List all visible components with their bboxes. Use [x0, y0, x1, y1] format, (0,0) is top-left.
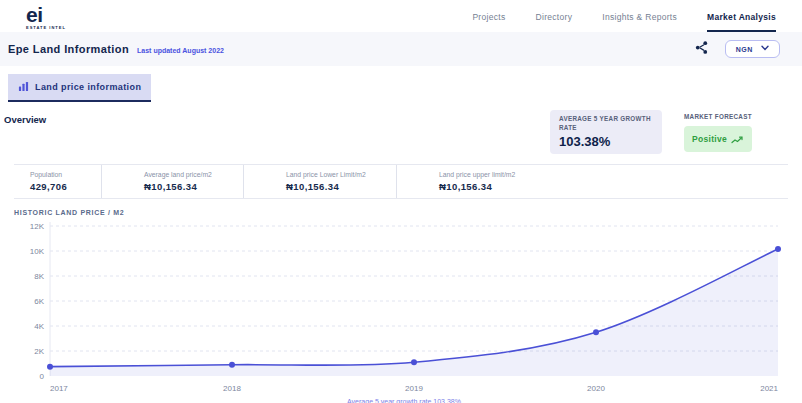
stat-value: ₦10,156.34: [286, 181, 396, 192]
stat-label: Population: [30, 171, 101, 178]
nav-projects[interactable]: Projects: [472, 4, 505, 32]
main-nav: Projects Directory Insights & Reports Ma…: [472, 4, 776, 32]
brand-logo[interactable]: ei ESTATE INTEL: [26, 4, 66, 32]
y-tick-label: 4K: [34, 322, 44, 331]
y-tick-label: 8K: [34, 272, 44, 281]
stats-row: Population 429,706 Average land price/m2…: [14, 164, 788, 199]
app-root: ei ESTATE INTEL Projects Directory Insig…: [0, 0, 802, 403]
page-header: Epe Land Information Last updated August…: [0, 32, 802, 66]
data-point-2020[interactable]: [593, 329, 599, 335]
stat-value: 429,706: [30, 181, 101, 192]
stat-value: ₦10,156.34: [439, 181, 597, 192]
x-tick-label: 2019: [405, 384, 423, 393]
top-navigation: ei ESTATE INTEL Projects Directory Insig…: [0, 0, 802, 32]
stat-label: Land price upper limit/m2: [439, 171, 597, 178]
growth-rate-value: 103.38%: [559, 134, 653, 149]
chevron-down-icon: [761, 45, 769, 53]
data-point-2019[interactable]: [411, 359, 417, 365]
forecast-value: Positive: [692, 134, 727, 144]
nav-directory[interactable]: Directory: [536, 4, 573, 32]
share-button[interactable]: [694, 40, 709, 58]
y-tick-label: 0: [40, 372, 45, 381]
historic-land-price-section: HISTORIC LAND PRICE / M2 02K4K6K8K10K12K…: [0, 209, 802, 403]
x-tick-label: 2017: [50, 384, 68, 393]
brand-tagline: ESTATE INTEL: [26, 26, 66, 30]
stat-label: Average land price/m2: [144, 171, 243, 178]
y-tick-label: 2K: [34, 347, 44, 356]
y-tick-label: 10K: [30, 247, 45, 256]
price-chart-icon: [18, 78, 29, 96]
tab-label: Land price information: [35, 82, 141, 92]
data-point-2021[interactable]: [775, 246, 781, 252]
x-tick-label: 2021: [760, 384, 778, 393]
data-point-2018[interactable]: [229, 361, 235, 367]
forecast-badge: Positive: [684, 126, 752, 152]
tab-bar: Land price information: [0, 66, 802, 102]
x-tick-label: 2018: [223, 384, 241, 393]
data-point-2017[interactable]: [47, 363, 53, 369]
page-header-left: Epe Land Information Last updated August…: [8, 43, 224, 55]
overview-section: Overview AVERAGE 5 YEAR GROWTH RATE 103.…: [0, 102, 802, 158]
stat-land-price-upper-limit: Land price upper limit/m2 ₦10,156.34: [397, 165, 597, 198]
y-tick-label: 6K: [34, 297, 44, 306]
growth-rate-label: AVERAGE 5 YEAR GROWTH RATE: [559, 115, 653, 133]
trend-up-icon: [731, 130, 744, 148]
last-updated-text: Last updated August 2022: [137, 47, 224, 54]
page-title: Epe Land Information: [8, 43, 129, 55]
historic-land-price-chart[interactable]: 02K4K6K8K10K12K20172018201920202021: [14, 218, 796, 396]
page-header-right: NGN: [694, 40, 780, 58]
overview-heading: Overview: [4, 114, 46, 125]
growth-rate-card: AVERAGE 5 YEAR GROWTH RATE 103.38%: [550, 110, 662, 154]
stat-land-price-lower-limit: Land price Lower Limit/m2 ₦10,156.34: [244, 165, 397, 198]
chart-title: HISTORIC LAND PRICE / M2: [14, 209, 796, 216]
market-forecast-label: MARKET FORECAST: [684, 113, 780, 120]
stat-average-land-price: Average land price/m2 ₦10,156.34: [102, 165, 244, 198]
stat-value: ₦10,156.34: [144, 181, 243, 192]
share-icon: [694, 40, 709, 58]
stat-population: Population 429,706: [14, 165, 102, 198]
market-forecast: MARKET FORECAST Positive: [684, 110, 780, 152]
currency-value: NGN: [736, 46, 753, 53]
nav-market-analysis[interactable]: Market Analysis: [707, 4, 776, 32]
area-fill: [50, 249, 778, 376]
x-tick-label: 2020: [587, 384, 605, 393]
overview-metrics: AVERAGE 5 YEAR GROWTH RATE 103.38% MARKE…: [550, 110, 780, 154]
nav-insights-reports[interactable]: Insights & Reports: [602, 4, 677, 32]
chart-caption: Average 5 year growth rate 103.38%.: [14, 398, 796, 403]
y-tick-label: 12K: [30, 222, 45, 231]
brand-logo-text: ei: [26, 4, 66, 25]
tab-land-price-information[interactable]: Land price information: [8, 74, 151, 102]
currency-selector[interactable]: NGN: [725, 40, 780, 58]
stat-label: Land price Lower Limit/m2: [286, 171, 396, 178]
